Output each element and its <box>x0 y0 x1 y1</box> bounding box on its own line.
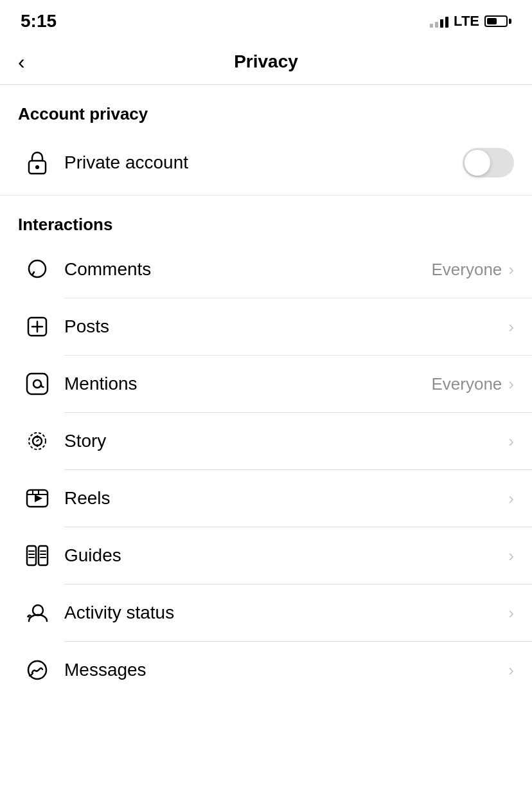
activity-status-chevron-icon: › <box>508 603 514 623</box>
lock-icon <box>18 143 57 182</box>
reels-icon <box>18 479 57 518</box>
interactions-title: Interactions <box>18 215 112 234</box>
posts-row[interactable]: Posts › <box>0 298 532 355</box>
svg-point-27 <box>28 661 46 679</box>
svg-point-25 <box>33 605 43 615</box>
page-header: ‹ Privacy <box>0 39 532 85</box>
story-row[interactable]: Story › <box>0 413 532 469</box>
comments-row[interactable]: Comments Everyone › <box>0 241 532 298</box>
story-label: Story <box>64 431 502 451</box>
status-bar: 5:15 LTE <box>0 0 532 39</box>
messages-chevron-icon: › <box>508 660 514 680</box>
guides-chevron-icon: › <box>508 546 514 566</box>
posts-icon <box>18 307 57 346</box>
svg-point-1 <box>35 165 39 169</box>
private-account-row[interactable]: Private account <box>0 131 532 195</box>
back-button[interactable]: ‹ <box>18 51 25 72</box>
private-account-toggle[interactable] <box>463 148 514 177</box>
mentions-label: Mentions <box>64 374 431 394</box>
svg-point-2 <box>29 260 46 277</box>
guides-label: Guides <box>64 545 502 566</box>
activity-status-icon <box>18 594 57 632</box>
comments-value: Everyone <box>431 260 502 280</box>
private-account-label: Private account <box>64 152 463 173</box>
reels-row[interactable]: Reels › <box>0 470 532 527</box>
svg-point-7 <box>33 380 41 388</box>
activity-status-row[interactable]: Activity status › <box>0 585 532 641</box>
svg-marker-13 <box>35 494 42 502</box>
story-chevron-icon: › <box>508 431 514 451</box>
interactions-section-header: Interactions <box>0 195 532 241</box>
reels-chevron-icon: › <box>508 489 514 509</box>
signal-bars-icon <box>430 15 448 28</box>
messages-label: Messages <box>64 660 502 680</box>
svg-rect-17 <box>27 546 36 565</box>
svg-rect-6 <box>27 374 48 394</box>
toggle-knob <box>465 150 490 176</box>
messages-icon <box>18 651 57 689</box>
page-title: Privacy <box>234 51 298 72</box>
comment-icon <box>18 250 57 289</box>
toggle-switch[interactable] <box>463 148 514 177</box>
posts-label: Posts <box>64 316 502 337</box>
guides-icon <box>18 536 57 575</box>
status-time: 5:15 <box>21 11 57 32</box>
lte-icon: LTE <box>454 13 479 30</box>
mentions-value: Everyone <box>431 374 502 394</box>
guides-row[interactable]: Guides › <box>0 527 532 584</box>
account-privacy-section-header: Account privacy <box>0 85 532 131</box>
messages-row[interactable]: Messages › <box>0 642 532 698</box>
mentions-chevron-icon: › <box>508 374 514 394</box>
battery-icon <box>484 15 511 27</box>
status-icons: LTE <box>430 13 511 30</box>
comments-chevron-icon: › <box>508 260 514 280</box>
account-privacy-title: Account privacy <box>18 104 148 123</box>
svg-point-26 <box>28 616 30 618</box>
reels-label: Reels <box>64 488 502 509</box>
posts-chevron-icon: › <box>508 317 514 337</box>
activity-status-label: Activity status <box>64 603 502 623</box>
story-icon <box>18 422 57 460</box>
comments-label: Comments <box>64 259 431 280</box>
mentions-row[interactable]: Mentions Everyone › <box>0 356 532 412</box>
mentions-icon <box>18 365 57 403</box>
svg-rect-18 <box>39 546 48 565</box>
